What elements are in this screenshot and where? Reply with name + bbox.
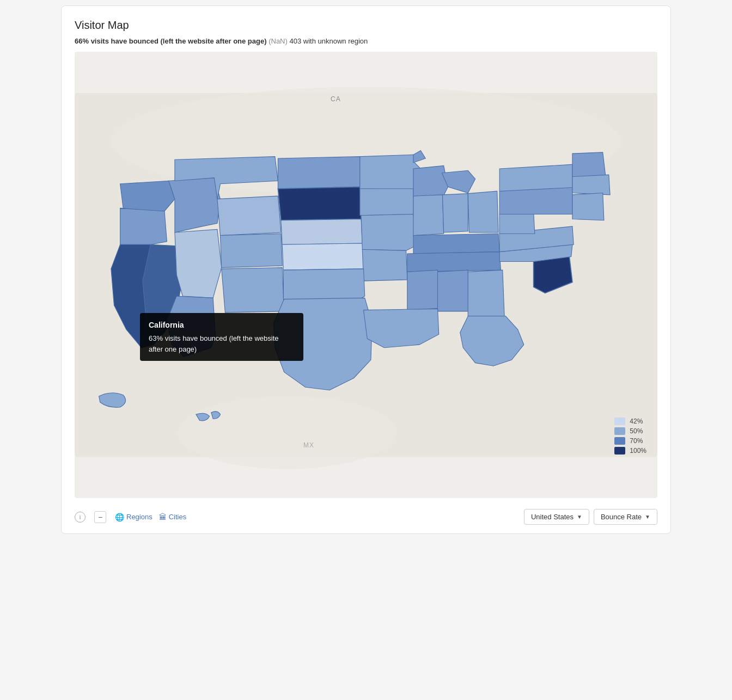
cities-icon: 🏛 [159,513,167,521]
legend-swatch-42 [614,417,625,425]
legend-swatch-70 [614,437,625,445]
legend-item-50: 50% [614,427,646,435]
country-dropdown-label: United States [531,513,574,521]
legend-swatch-50 [614,427,625,435]
info-icon-label: i [80,514,81,520]
svg-point-2 [178,396,396,469]
metric-dropdown-label: Bounce Rate [601,513,642,521]
bottom-bar: i − 🌐 Regions 🏛 Cities United States ▼ [75,505,657,525]
tab-regions[interactable]: 🌐 Regions [115,513,152,521]
nan-label: (NaN) [269,37,288,45]
map-legend: 42% 50% 70% 100% [614,417,646,455]
visitor-map-card: Visitor Map 66% visits have bounced (lef… [61,5,671,534]
zoom-out-button[interactable]: − [94,511,106,523]
zoom-controls: − [94,511,106,523]
country-dropdown-arrow: ▼ [577,514,582,520]
legend-label-50: 50% [630,427,643,435]
map-subtitle: 66% visits have bounced (left the websit… [75,37,657,45]
country-dropdown[interactable]: United States ▼ [524,509,589,525]
page-title: Visitor Map [75,19,657,32]
legend-label-100: 100% [630,447,646,455]
legend-label-70: 70% [630,437,643,445]
bottom-left-controls: i − 🌐 Regions 🏛 Cities [75,511,186,523]
metric-dropdown[interactable]: Bounce Rate ▼ [594,509,657,525]
cities-tab-label: Cities [169,513,187,521]
info-button[interactable]: i [75,512,86,523]
bounce-rate-headline: 66% visits have bounced (left the websit… [75,37,267,45]
legend-item-100: 100% [614,447,646,455]
map-container: CA MX [75,52,657,498]
regions-tab-label: Regions [126,513,152,521]
bottom-right-dropdowns: United States ▼ Bounce Rate ▼ [524,509,657,525]
metric-dropdown-arrow: ▼ [645,514,650,520]
mx-country-label: MX [303,441,314,449]
map-nav-tabs: 🌐 Regions 🏛 Cities [115,513,186,521]
legend-swatch-100 [614,447,625,455]
regions-icon: 🌐 [115,513,124,521]
ca-country-label: CA [331,95,341,103]
us-map-svg [75,52,657,498]
legend-item-70: 70% [614,437,646,445]
legend-label-42: 42% [630,417,643,425]
tab-cities[interactable]: 🏛 Cities [159,513,187,521]
legend-item-42: 42% [614,417,646,425]
unknown-region-count: 403 with unknown region [289,37,368,45]
